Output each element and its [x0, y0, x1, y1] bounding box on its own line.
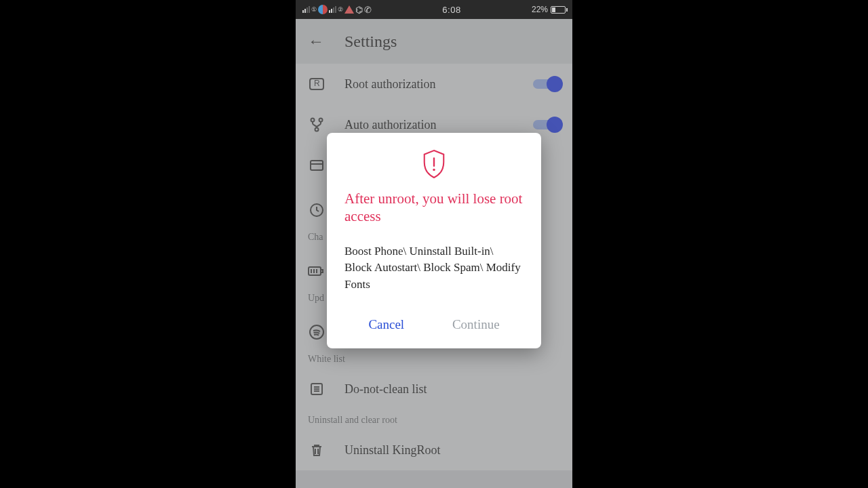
- shield-warning-icon: [344, 149, 524, 179]
- battery-icon: [551, 6, 566, 14]
- svg-point-2: [315, 128, 319, 131]
- row-do-not-clean[interactable]: Do-not-clean list: [296, 369, 572, 409]
- whatsapp-icon: ✆: [364, 5, 372, 15]
- dialog-title: After unroot, you will lose root access: [344, 190, 524, 226]
- svg-rect-3: [311, 161, 323, 170]
- signal-icon-2: [329, 6, 336, 13]
- svg-point-16: [433, 169, 435, 171]
- toggle-auto-auth[interactable]: [533, 120, 560, 129]
- section-whitelist: White list: [296, 348, 572, 369]
- triangle-icon: [344, 5, 354, 14]
- voicemail-icon: ⌬: [355, 5, 363, 15]
- signal-icon: [302, 6, 310, 13]
- row-uninstall-kingroot[interactable]: Uninstall KingRoot: [296, 430, 572, 470]
- list-icon: [308, 380, 326, 398]
- dialog-actions: Cancel Continue: [344, 312, 524, 336]
- toggle-root-auth[interactable]: [533, 79, 560, 89]
- svg-point-1: [319, 119, 323, 122]
- dialog-body: Boost Phone\ Uninstall Built-in\ Block A…: [344, 243, 524, 293]
- back-icon[interactable]: ←: [308, 32, 324, 51]
- status-time: 6:08: [442, 5, 460, 15]
- row-root-authorization[interactable]: Root authorization: [296, 64, 572, 104]
- cancel-button[interactable]: Cancel: [361, 314, 411, 335]
- branch-icon: [308, 116, 326, 134]
- section-uninstall-root: Uninstall and clear root: [296, 409, 572, 430]
- continue-button[interactable]: Continue: [446, 314, 507, 335]
- battery-percent: 22%: [532, 5, 548, 14]
- status-left: ① ② ⌬ ✆: [302, 5, 372, 15]
- page-title: Settings: [344, 33, 397, 51]
- card-icon: [308, 157, 326, 174]
- spotify-icon: [308, 323, 326, 341]
- app-header: ← Settings: [296, 19, 572, 64]
- status-bar: ① ② ⌬ ✆ 6:08 22%: [296, 0, 572, 19]
- svg-point-0: [311, 119, 315, 122]
- status-right: 22%: [532, 5, 566, 14]
- svg-rect-7: [321, 270, 323, 272]
- unroot-warning-dialog: After unroot, you will lose root access …: [327, 133, 541, 348]
- trash-icon: [308, 441, 326, 459]
- clock-icon: [308, 201, 326, 219]
- battery-charge-icon: [308, 262, 326, 280]
- lock-icon: [308, 75, 326, 93]
- sync-icon: [318, 5, 328, 14]
